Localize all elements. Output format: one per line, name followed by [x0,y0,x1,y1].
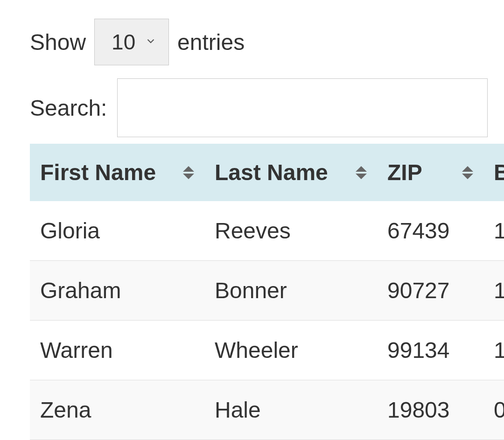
search-label: Search: [30,95,107,121]
entries-per-page-control: Show 10 entries [30,19,504,65]
column-header-label: Birt [494,160,504,185]
column-header-zip[interactable]: ZIP [377,144,483,201]
search-input[interactable] [117,78,488,137]
sort-icon [462,166,473,179]
sort-icon [356,166,367,179]
cell-last-name: Bonner [204,261,377,321]
entries-select-wrap: 10 [94,19,169,65]
cell-birthday: 10/1 [483,201,504,261]
cell-birthday: 12/0 [483,261,504,321]
cell-zip: 99134 [377,321,483,380]
cell-birthday: 11/1 [483,321,504,380]
cell-zip: 19803 [377,380,483,440]
column-header-birthday[interactable]: Birt [483,144,504,201]
entries-select[interactable]: 10 [94,19,169,65]
cell-first-name: Graham [30,261,204,321]
column-header-first-name[interactable]: First Name [30,144,204,201]
column-header-label: Last Name [215,160,328,185]
cell-last-name: Wheeler [204,321,377,380]
entries-label: entries [177,29,245,55]
column-header-label: First Name [40,160,156,185]
table-row: Graham Bonner 90727 12/0 [30,261,504,321]
cell-first-name: Warren [30,321,204,380]
table-row: Warren Wheeler 99134 11/1 [30,321,504,380]
table-row: Gloria Reeves 67439 10/1 [30,201,504,261]
cell-last-name: Reeves [204,201,377,261]
cell-zip: 90727 [377,261,483,321]
table-row: Zena Hale 19803 06/1 [30,380,504,440]
column-header-label: ZIP [387,160,422,185]
cell-birthday: 06/1 [483,380,504,440]
cell-first-name: Zena [30,380,204,440]
cell-zip: 67439 [377,201,483,261]
column-header-last-name[interactable]: Last Name [204,144,377,201]
data-table-container: Show 10 entries Search: First Name [0,0,504,440]
sort-icon [183,166,194,179]
search-control: Search: [30,78,504,137]
cell-first-name: Gloria [30,201,204,261]
show-label: Show [30,29,86,55]
data-table: First Name Last Name ZIP [30,144,504,440]
cell-last-name: Hale [204,380,377,440]
